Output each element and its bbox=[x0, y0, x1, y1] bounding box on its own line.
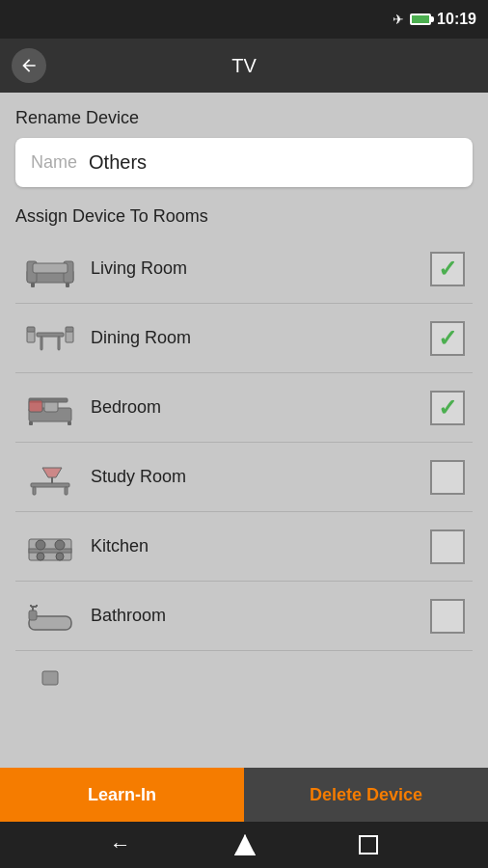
airplane-icon: ✈ bbox=[393, 12, 404, 27]
android-recent-button[interactable] bbox=[359, 835, 378, 854]
list-item[interactable]: Study Room bbox=[15, 443, 473, 512]
room-list: Living Room ✓ Dining Room bbox=[15, 234, 473, 707]
kitchen-icon bbox=[19, 524, 81, 570]
svg-rect-12 bbox=[66, 327, 73, 332]
svg-rect-37 bbox=[42, 671, 58, 685]
svg-point-29 bbox=[37, 553, 44, 560]
svg-rect-21 bbox=[33, 487, 36, 495]
android-home-button[interactable] bbox=[234, 834, 256, 855]
bedroom-icon bbox=[19, 385, 81, 431]
list-item[interactable]: Living Room ✓ bbox=[15, 234, 473, 304]
kitchen-label: Kitchen bbox=[91, 536, 430, 556]
list-item[interactable]: Bedroom ✓ bbox=[15, 373, 473, 443]
check-icon: ✓ bbox=[438, 396, 457, 420]
name-value: Others bbox=[89, 151, 147, 174]
dining-room-checkbox[interactable]: ✓ bbox=[430, 321, 465, 356]
svg-marker-24 bbox=[42, 468, 62, 477]
learn-in-button[interactable]: Learn-In bbox=[0, 768, 244, 822]
svg-rect-11 bbox=[27, 327, 35, 332]
check-icon: ✓ bbox=[438, 327, 457, 350]
bedroom-label: Bedroom bbox=[91, 397, 430, 418]
list-item[interactable]: Kitchen bbox=[15, 512, 473, 582]
name-input-container[interactable]: Name Others bbox=[15, 138, 473, 187]
svg-point-27 bbox=[36, 540, 45, 550]
svg-rect-5 bbox=[66, 283, 69, 287]
bottom-nav: Learn-In Delete Device bbox=[0, 768, 488, 822]
svg-point-30 bbox=[56, 553, 64, 560]
study-room-checkbox[interactable] bbox=[430, 460, 465, 495]
list-item-partial bbox=[15, 651, 473, 707]
svg-rect-32 bbox=[29, 610, 37, 620]
back-icon bbox=[19, 56, 39, 75]
android-system-bar: ← bbox=[0, 822, 488, 868]
back-button[interactable] bbox=[12, 48, 46, 83]
svg-rect-8 bbox=[58, 337, 60, 350]
bathroom-checkbox[interactable] bbox=[430, 599, 465, 634]
svg-rect-18 bbox=[68, 421, 71, 425]
svg-rect-6 bbox=[37, 333, 64, 337]
partial-room-icon bbox=[19, 656, 81, 702]
rename-section-title: Rename Device bbox=[15, 108, 473, 128]
svg-rect-9 bbox=[27, 331, 35, 342]
page-title: TV bbox=[231, 55, 257, 77]
study-room-label: Study Room bbox=[91, 467, 430, 487]
status-time: 10:19 bbox=[437, 11, 476, 28]
delete-device-button[interactable]: Delete Device bbox=[244, 768, 488, 822]
svg-rect-26 bbox=[29, 549, 71, 553]
svg-rect-3 bbox=[33, 263, 68, 273]
nav-bar: TV bbox=[0, 39, 488, 93]
name-placeholder: Name bbox=[31, 152, 77, 173]
living-room-icon bbox=[19, 246, 81, 292]
bedroom-checkbox[interactable]: ✓ bbox=[430, 391, 465, 425]
living-room-label: Living Room bbox=[91, 258, 430, 279]
svg-rect-4 bbox=[31, 283, 35, 287]
assign-section-title: Assign Device To Rooms bbox=[15, 206, 473, 227]
bathroom-icon bbox=[19, 593, 81, 639]
android-back-button[interactable]: ← bbox=[110, 832, 131, 857]
svg-rect-22 bbox=[65, 487, 68, 495]
study-room-icon bbox=[19, 454, 81, 501]
dining-room-icon bbox=[19, 315, 81, 362]
svg-rect-19 bbox=[29, 400, 42, 412]
svg-rect-7 bbox=[41, 337, 42, 350]
status-bar: ✈ 10:19 bbox=[0, 0, 488, 39]
bathroom-label: Bathroom bbox=[91, 606, 430, 626]
status-icons: ✈ 10:19 bbox=[393, 11, 476, 28]
list-item[interactable]: Bathroom bbox=[15, 582, 473, 651]
list-item[interactable]: Dining Room ✓ bbox=[15, 304, 473, 373]
main-content: Rename Device Name Others Assign Device … bbox=[0, 93, 488, 707]
living-room-checkbox[interactable]: ✓ bbox=[430, 252, 465, 286]
svg-rect-17 bbox=[29, 421, 33, 425]
battery-icon bbox=[410, 14, 431, 25]
svg-point-28 bbox=[55, 540, 65, 550]
check-icon: ✓ bbox=[438, 258, 457, 281]
dining-room-label: Dining Room bbox=[91, 328, 430, 348]
svg-rect-20 bbox=[31, 483, 69, 487]
kitchen-checkbox[interactable] bbox=[430, 529, 465, 564]
svg-rect-10 bbox=[66, 331, 73, 342]
